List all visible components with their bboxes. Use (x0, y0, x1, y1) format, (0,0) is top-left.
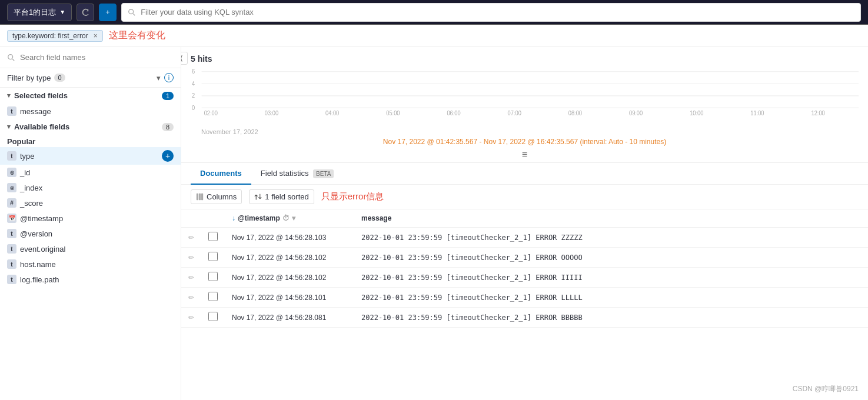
row-timestamp: Nov 17, 2022 @ 14:56:28.102 (225, 248, 354, 268)
field-item-version[interactable]: t @version (0, 226, 181, 241)
th-message: message (354, 209, 868, 228)
th-timestamp[interactable]: ↓ @timestamp ⏱ ▾ (225, 209, 354, 228)
field-item-event-original[interactable]: t event.original (0, 241, 181, 256)
search-icon (128, 8, 136, 16)
row-timestamp: Nov 17, 2022 @ 14:56:28.103 (225, 228, 354, 248)
svg-rect-24 (199, 194, 201, 200)
filter-tag-close[interactable]: × (94, 32, 98, 40)
columns-btn[interactable]: Columns (191, 189, 242, 204)
field-item-log-path[interactable]: t log.file.path (0, 272, 181, 287)
selected-fields-count: 1 (162, 92, 174, 100)
sidebar-search-area (0, 47, 181, 68)
field-item-type[interactable]: t type + (0, 147, 181, 165)
columns-label: Columns (207, 192, 237, 201)
filter-by-type-row: Filter by type 0 ▾ i (0, 68, 181, 88)
row-expand-icon[interactable]: ✏ (181, 308, 201, 328)
field-type-t-icon: t (7, 106, 16, 116)
table-header-row: ↓ @timestamp ⏱ ▾ message (181, 209, 868, 228)
row-checkbox-cell (201, 268, 225, 288)
info-icon[interactable]: i (164, 73, 174, 82)
sync-icon-btn[interactable] (77, 4, 94, 21)
sort-label: 1 field sorted (265, 192, 308, 201)
field-name-timestamp: @timestamp (20, 214, 174, 223)
watermark: CSDN @哼唧兽0921 (793, 384, 859, 394)
th-expand (181, 209, 201, 228)
row-checkbox[interactable] (208, 232, 218, 241)
filter-by-type-label: Filter by type (7, 74, 51, 82)
popular-label: Popular (7, 137, 35, 146)
field-name-version: @version (20, 229, 174, 238)
svg-text:08:00: 08:00 (568, 110, 583, 115)
tab-documents[interactable]: Documents (191, 163, 251, 185)
app-dropdown[interactable]: 平台1的日志 ▼ (7, 4, 72, 21)
field-add-icon[interactable]: + (162, 150, 174, 162)
histogram-chart: 6 4 2 0 02:00 03:00 04:00 05:00 06:00 07… (191, 68, 859, 115)
svg-text:05:00: 05:00 (386, 110, 400, 115)
row-message: 2022-10-01 23:59:59 [timeoutChecker_2_1]… (354, 268, 868, 288)
field-type-t3-icon: t (7, 244, 16, 254)
filter-tag[interactable]: type.keyword: first_error × (7, 30, 103, 42)
chart-time-range: Nov 17, 2022 @ 01:42:35.567 - Nov 17, 20… (191, 135, 859, 149)
only-error-notice: 只显示error信息 (321, 191, 384, 202)
tab-field-statistics[interactable]: Field statistics BETA (251, 163, 344, 185)
svg-text:2: 2 (192, 92, 195, 99)
sidebar-search-icon (7, 54, 15, 62)
selected-fields-header[interactable]: ▾ Selected fields 1 (0, 88, 181, 104)
table-row: ✏ Nov 17, 2022 @ 14:56:28.102 2022-10-01… (181, 268, 868, 288)
data-table: ↓ @timestamp ⏱ ▾ message ✏ (181, 209, 868, 328)
chevron-down-icon[interactable]: ▾ (157, 74, 161, 82)
table-row: ✏ Nov 17, 2022 @ 14:56:28.102 2022-10-01… (181, 248, 868, 268)
sidebar: Filter by type 0 ▾ i ▾ Selected fields 1… (0, 47, 181, 400)
chart-collapse-btn[interactable]: ≡ (191, 149, 859, 162)
timestamp-chevron-icon[interactable]: ▾ (292, 214, 295, 222)
field-item-index[interactable]: ◎ _index (0, 180, 181, 195)
field-type-t5-icon: t (7, 275, 16, 284)
row-expand-icon[interactable]: ✏ (181, 288, 201, 308)
table-row: ✏ Nov 17, 2022 @ 14:56:28.103 2022-10-01… (181, 228, 868, 248)
hits-label: 5 hits (191, 54, 859, 64)
th-checkbox (201, 209, 225, 228)
filter-tag-text: type.keyword: first_error (12, 32, 88, 40)
row-timestamp: Nov 17, 2022 @ 14:56:28.101 (225, 288, 354, 308)
row-checkbox[interactable] (208, 312, 218, 321)
kql-search-bar[interactable] (121, 3, 861, 22)
row-checkbox[interactable] (208, 252, 218, 261)
table-row: ✏ Nov 17, 2022 @ 14:56:28.101 2022-10-01… (181, 288, 868, 308)
svg-rect-25 (201, 194, 203, 200)
selected-field-message[interactable]: t message (0, 104, 181, 119)
row-checkbox[interactable] (208, 272, 218, 281)
chart-container: 6 4 2 0 02:00 03:00 04:00 05:00 06:00 07… (191, 68, 859, 127)
sort-btn[interactable]: 1 field sorted (249, 189, 314, 204)
row-checkbox-cell (201, 288, 225, 308)
row-expand-icon[interactable]: ✏ (181, 248, 201, 268)
field-search-input[interactable] (20, 53, 174, 62)
main-content: ⟨ 5 hits 6 4 2 0 02:00 03 (181, 47, 868, 400)
available-fields-collapse-icon: ▾ (7, 123, 11, 131)
timestamp-header-label: @timestamp (238, 214, 280, 222)
kql-input[interactable] (141, 8, 854, 16)
tab-documents-label: Documents (200, 169, 242, 178)
field-item-id[interactable]: ◎ _id (0, 165, 181, 180)
field-name-score: _score (20, 199, 174, 208)
tab-beta-badge: BETA (313, 169, 334, 178)
field-item-score[interactable]: # _score (0, 195, 181, 211)
add-icon-btn[interactable]: + (99, 4, 117, 21)
filter-bar: type.keyword: first_error × 这里会有变化 (0, 25, 868, 47)
row-expand-icon[interactable]: ✏ (181, 268, 201, 288)
field-item-hostname[interactable]: t host.name (0, 256, 181, 272)
svg-text:11:00: 11:00 (750, 110, 764, 115)
field-item-timestamp[interactable]: 📅 @timestamp (0, 211, 181, 226)
popular-section-label: Popular (0, 135, 181, 147)
svg-line-1 (133, 14, 135, 15)
collapse-sidebar-btn[interactable]: ⟨ (181, 52, 188, 65)
table-body: ✏ Nov 17, 2022 @ 14:56:28.103 2022-10-01… (181, 228, 868, 328)
row-expand-icon[interactable]: ✏ (181, 228, 201, 248)
field-type-id-icon: ◎ (7, 168, 16, 177)
field-name-type: type (20, 152, 158, 161)
row-message: 2022-10-01 23:59:59 [timeoutChecker_2_1]… (354, 288, 868, 308)
svg-rect-23 (197, 194, 198, 200)
row-checkbox[interactable] (208, 292, 218, 301)
available-fields-header[interactable]: ▾ Available fields 8 (0, 119, 181, 135)
field-name-log-path: log.file.path (20, 275, 174, 284)
svg-point-2 (8, 54, 13, 59)
